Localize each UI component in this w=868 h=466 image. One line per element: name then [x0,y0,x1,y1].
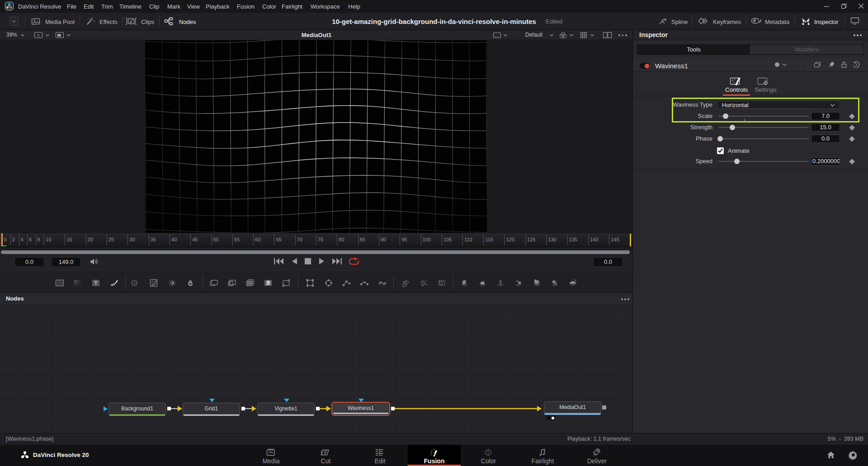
svg-text:T: T [94,280,98,286]
svg-text:T: T [499,279,502,285]
svg-text:A: A [37,33,40,38]
